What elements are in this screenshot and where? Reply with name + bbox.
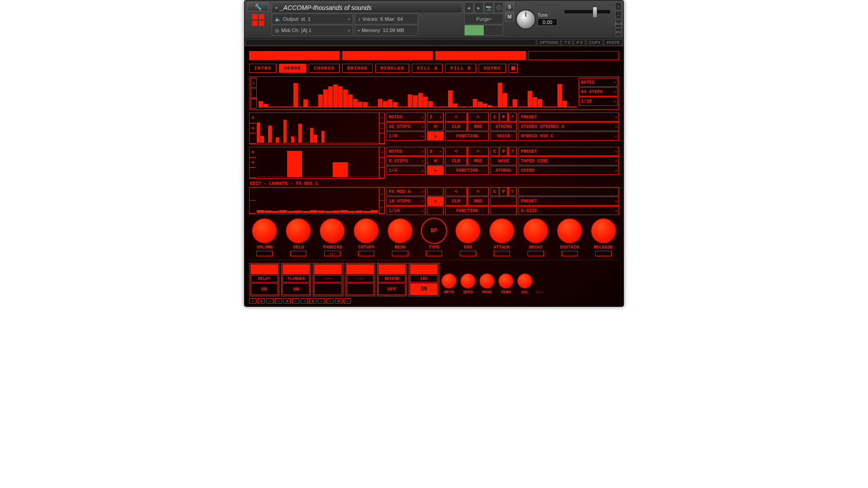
b-notes[interactable]: NOTES: [387, 147, 425, 156]
cpr-?[interactable]: ?: [508, 147, 517, 156]
a-preset[interactable]: PRESET: [519, 113, 619, 122]
fx-state-button[interactable]: [346, 283, 374, 295]
bottom-nav-btn[interactable]: ▸: [292, 298, 299, 304]
volume-knob[interactable]: [251, 218, 278, 244]
fx-top[interactable]: [378, 264, 406, 274]
a-clr[interactable]: CLR: [445, 122, 467, 131]
fx-state-button[interactable]: ON: [250, 283, 278, 295]
bottom-nav-btn[interactable]: R: [335, 298, 342, 304]
a-function[interactable]: FUNCTION: [445, 131, 489, 141]
tab-chorus[interactable]: CHORUS: [309, 64, 340, 73]
a-prev[interactable]: <: [445, 113, 467, 122]
bottom-nav-btn[interactable]: ◂: [249, 298, 256, 304]
aux-button[interactable]: AUX: [615, 19, 622, 28]
dpth-knob[interactable]: [441, 273, 457, 289]
paste-button[interactable]: PASTE: [604, 39, 623, 46]
fx-top[interactable]: [410, 264, 438, 274]
copy-button[interactable]: COPY: [586, 39, 604, 46]
fx-state-button[interactable]: OFF: [378, 283, 406, 295]
bottom-nav-btn[interactable]: A: [258, 298, 265, 304]
bottom-nav-btn[interactable]: R: [283, 298, 291, 304]
bottom-nav-btn[interactable]: ▸: [266, 298, 274, 304]
bottom-nav-btn[interactable]: ▸: [344, 298, 351, 304]
tab-bridge[interactable]: BRIDGE: [342, 64, 373, 73]
next-preset-button[interactable]: ▸: [474, 2, 483, 13]
bottom-nav-btn[interactable]: ◂: [275, 298, 282, 304]
a-voice[interactable]: VOICE: [491, 131, 517, 141]
fx-name[interactable]: DELAY: [250, 275, 278, 282]
solo-button[interactable]: S: [505, 2, 514, 11]
tab-intro[interactable]: INTRO: [249, 64, 276, 73]
a-next[interactable]: >: [467, 113, 489, 122]
decay-knob[interactable]: [523, 218, 549, 244]
mini-seq-a[interactable]: MM ◂▸: [249, 113, 385, 144]
fx-state-button[interactable]: ON: [283, 283, 310, 295]
t0-button[interactable]: T 0: [561, 39, 573, 46]
info-icon[interactable]: ⓘ: [494, 2, 503, 13]
cpr-c[interactable]: C: [491, 147, 499, 156]
stop-button[interactable]: [509, 64, 518, 73]
wrench-icon[interactable]: 🔧: [247, 2, 269, 11]
fx-name[interactable]: FLANGER: [283, 275, 310, 282]
a-num[interactable]: 2: [427, 113, 443, 122]
fx-name[interactable]: ---: [314, 275, 342, 282]
fx-reload[interactable]: ↻: [427, 197, 443, 206]
bottom-nav-btn[interactable]: ◂: [301, 298, 308, 304]
release-knob[interactable]: [590, 218, 617, 244]
fx-top[interactable]: [250, 264, 278, 274]
pv-button[interactable]: PV: [615, 28, 622, 36]
midi-cell[interactable]: ◎ Midi Ch: [A] 1 ▾: [272, 25, 353, 36]
type-knob[interactable]: [421, 218, 447, 244]
mini-seq-fx[interactable]: ◂▸: [249, 187, 385, 214]
panning-knob[interactable]: [319, 218, 345, 244]
fx-state-button[interactable]: ON: [410, 283, 438, 295]
a-steps[interactable]: 32 STEPS: [387, 122, 425, 131]
cpr-c[interactable]: C: [491, 113, 499, 122]
sped-knob[interactable]: [460, 273, 476, 289]
tune-value[interactable]: 0.00: [538, 19, 557, 26]
sequencer-lane[interactable]: [258, 78, 578, 108]
reso-knob[interactable]: [387, 218, 413, 244]
b-h[interactable]: H: [427, 156, 443, 165]
a-notes[interactable]: NOTES: [387, 113, 425, 122]
cpr-?[interactable]: ?: [508, 113, 517, 122]
seq-steps-dd[interactable]: 64 STEPS: [579, 87, 618, 96]
tab-filla[interactable]: FILL A: [412, 64, 443, 73]
seq-div-dd[interactable]: 1/16: [579, 97, 618, 106]
col-knob[interactable]: [517, 273, 533, 289]
cpr-p[interactable]: P: [500, 113, 508, 122]
purge-button[interactable]: Purge▾: [464, 14, 503, 24]
phse-knob[interactable]: [479, 273, 495, 289]
fx-name[interactable]: REVERB: [378, 275, 406, 282]
fx-state-button[interactable]: [314, 283, 342, 295]
fdbk-knob[interactable]: [498, 273, 514, 289]
bottom-nav-btn[interactable]: ▸: [318, 298, 325, 304]
minimize-icon[interactable]: –: [615, 11, 622, 19]
fx-top[interactable]: [283, 264, 310, 274]
p0-button[interactable]: P 0: [574, 39, 585, 46]
options-button[interactable]: OPTIONS: [537, 39, 561, 46]
tab-fillb[interactable]: FILL B: [445, 64, 476, 73]
inst-dropdown-icon[interactable]: ▾: [275, 5, 277, 10]
tab-verse[interactable]: VERSE: [279, 64, 306, 73]
a-string[interactable]: STRING: [491, 122, 517, 131]
cpr-?[interactable]: ?: [508, 187, 517, 196]
cpr-p[interactable]: P: [500, 187, 508, 196]
tab-outro[interactable]: OUTRO: [479, 64, 506, 73]
a-rnd[interactable]: RND: [467, 122, 489, 131]
a-div[interactable]: 1/8: [387, 131, 425, 141]
fx-top[interactable]: [314, 264, 342, 274]
attack-knob[interactable]: [489, 218, 515, 244]
sustain-knob[interactable]: [557, 218, 583, 244]
env-knob[interactable]: [455, 218, 481, 244]
a-reload[interactable]: ↻: [427, 131, 443, 141]
b-reload[interactable]: ↻: [427, 166, 443, 175]
a-h[interactable]: H: [427, 122, 443, 131]
instrument-name[interactable]: ▾ _ACCOMP-thousands of sounds: [272, 2, 462, 13]
velo-knob[interactable]: [285, 218, 311, 244]
cpr-c[interactable]: C: [491, 187, 499, 196]
a-voice-val[interactable]: HYBRID VOX C: [519, 131, 619, 141]
output-cell[interactable]: 🔈 Output: st. 1 ▾: [272, 14, 353, 24]
fx-top[interactable]: [346, 264, 374, 274]
cpr-p[interactable]: P: [500, 147, 508, 156]
